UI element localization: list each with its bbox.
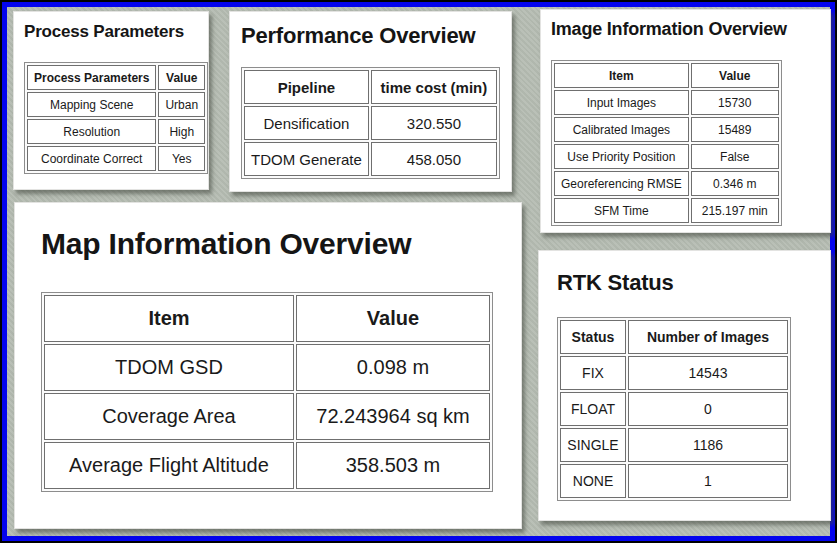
table-row: Mapping Scene Urban [27, 92, 205, 117]
cell-value: Urban [158, 92, 205, 117]
table-row: Input Images 15730 [554, 90, 779, 115]
cell-item: Georeferencing RMSE [554, 171, 689, 196]
table-row: Resolution High [27, 119, 205, 144]
rtk-status-table: Status Number of Images FIX 14543 FLOAT … [557, 317, 791, 501]
panel-image-information-overview: Image Information Overview Item Value In… [540, 9, 831, 233]
table-header-row: Status Number of Images [560, 320, 788, 354]
cell-item: Use Priority Position [554, 144, 689, 169]
table-row: FLOAT 0 [560, 392, 788, 426]
panel-process-parameters: Process Parameters Process Parameters Va… [13, 11, 209, 190]
cell-item: Input Images [554, 90, 689, 115]
column-header: Process Parameters [27, 65, 156, 90]
table-row: Densification 320.550 [244, 106, 497, 140]
table-row: Georeferencing RMSE 0.346 m [554, 171, 779, 196]
cell-value: 0.098 m [296, 344, 490, 391]
cell-item: Resolution [27, 119, 156, 144]
column-header: Pipeline [244, 70, 369, 104]
report-background: Process Parameters Process Parameters Va… [2, 2, 835, 541]
cell-item: Coverage Area [44, 393, 294, 440]
cell-value: 320.550 [371, 106, 497, 140]
table-header-row: Item Value [44, 295, 490, 342]
cell-value: 1 [628, 464, 788, 498]
table-row: Calibrated Images 15489 [554, 117, 779, 142]
column-header: Value [158, 65, 205, 90]
cell-value: False [691, 144, 779, 169]
panel-title: Image Information Overview [551, 18, 820, 41]
table-header-row: Process Parameters Value [27, 65, 205, 90]
report-frame: Process Parameters Process Parameters Va… [0, 0, 837, 543]
cell-item: Average Flight Altitude [44, 442, 294, 489]
panel-title: Map Information Overview [41, 225, 495, 263]
cell-value: 0 [628, 392, 788, 426]
column-header: Value [296, 295, 490, 342]
panel-performance-overview: Performance Overview Pipeline time cost … [229, 11, 512, 192]
table-row: SFM Time 215.197 min [554, 198, 779, 223]
table-row: SINGLE 1186 [560, 428, 788, 462]
cell-value: High [158, 119, 205, 144]
cell-value: 215.197 min [691, 198, 779, 223]
panel-map-information-overview: Map Information Overview Item Value TDOM… [14, 202, 522, 529]
cell-item: SINGLE [560, 428, 626, 462]
table-row: Coverage Area 72.243964 sq km [44, 393, 490, 440]
cell-value: 0.346 m [691, 171, 779, 196]
table-row: FIX 14543 [560, 356, 788, 390]
cell-item: FIX [560, 356, 626, 390]
panel-title: RTK Status [557, 269, 812, 296]
column-header: time cost (min) [371, 70, 497, 104]
cell-item: Calibrated Images [554, 117, 689, 142]
panel-title: Process Parameters [24, 21, 198, 43]
table-header-row: Pipeline time cost (min) [244, 70, 497, 104]
cell-item: NONE [560, 464, 626, 498]
table-row: NONE 1 [560, 464, 788, 498]
cell-item: TDOM Generate [244, 142, 369, 176]
image-information-table: Item Value Input Images 15730 Calibrated… [551, 60, 782, 226]
column-header: Value [691, 63, 779, 88]
cell-item: Coordinate Correct [27, 146, 156, 171]
performance-overview-table: Pipeline time cost (min) Densification 3… [241, 67, 500, 179]
cell-item: TDOM GSD [44, 344, 294, 391]
cell-value: Yes [158, 146, 205, 171]
panel-title: Performance Overview [241, 22, 500, 49]
table-header-row: Item Value [554, 63, 779, 88]
cell-value: 14543 [628, 356, 788, 390]
cell-item: Densification [244, 106, 369, 140]
cell-item: Mapping Scene [27, 92, 156, 117]
cell-value: 15730 [691, 90, 779, 115]
cell-value: 358.503 m [296, 442, 490, 489]
cell-value: 458.050 [371, 142, 497, 176]
column-header: Item [554, 63, 689, 88]
map-information-table: Item Value TDOM GSD 0.098 m Coverage Are… [41, 292, 493, 492]
table-row: Average Flight Altitude 358.503 m [44, 442, 490, 489]
cell-item: FLOAT [560, 392, 626, 426]
table-row: TDOM GSD 0.098 m [44, 344, 490, 391]
column-header: Number of Images [628, 320, 788, 354]
column-header: Item [44, 295, 294, 342]
table-row: Use Priority Position False [554, 144, 779, 169]
cell-value: 15489 [691, 117, 779, 142]
panel-rtk-status: RTK Status Status Number of Images FIX 1… [538, 250, 831, 521]
process-parameters-table: Process Parameters Value Mapping Scene U… [24, 62, 208, 174]
table-row: Coordinate Correct Yes [27, 146, 205, 171]
column-header: Status [560, 320, 626, 354]
cell-item: SFM Time [554, 198, 689, 223]
cell-value: 72.243964 sq km [296, 393, 490, 440]
table-row: TDOM Generate 458.050 [244, 142, 497, 176]
cell-value: 1186 [628, 428, 788, 462]
